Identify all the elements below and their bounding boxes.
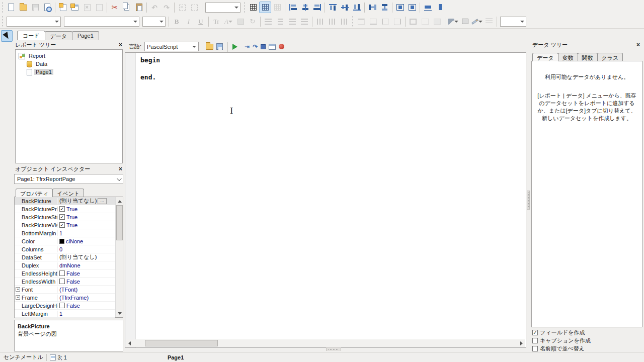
code-text[interactable]: begin end. [140, 56, 160, 81]
vertical-splitter[interactable] [526, 41, 530, 348]
checkbox-icon[interactable] [532, 338, 538, 343]
align-to-grid-button[interactable] [259, 2, 271, 13]
report-tree-panel[interactable]: ReportDataPage1 [15, 49, 123, 163]
center-horizontally-button[interactable] [394, 2, 406, 13]
property-row-LargeDesignHei[interactable]: LargeDesignHeiFalse [15, 302, 115, 310]
property-row-Frame[interactable]: +Frame(TfrxFrame) [15, 294, 115, 302]
fill-color-button[interactable] [447, 16, 459, 27]
tab-Page1[interactable]: Page1 [72, 31, 99, 40]
line-style-button[interactable] [483, 16, 495, 27]
scroll-down-icon[interactable] [116, 310, 123, 317]
ellipsis-button[interactable]: ... [98, 198, 107, 204]
open-report-button[interactable] [17, 2, 29, 13]
font-name-select[interactable] [64, 17, 139, 27]
vertical-splitter-grip[interactable] [527, 191, 530, 210]
toolbar-grip[interactable] [351, 16, 354, 27]
scroll-up-icon[interactable] [116, 198, 123, 205]
data-tree-close-icon[interactable]: × [635, 42, 641, 48]
property-value[interactable]: 0 [58, 246, 115, 252]
center-vertically-button[interactable] [406, 2, 418, 13]
language-select[interactable]: PascalScript [144, 42, 199, 51]
checkbox-icon[interactable]: ✓ [59, 206, 65, 212]
report-tree-close-icon[interactable]: × [118, 42, 123, 48]
style-select[interactable] [7, 17, 61, 27]
property-value[interactable]: clNone [58, 238, 115, 244]
new-report-page-button[interactable] [57, 2, 69, 13]
same-width-button[interactable] [422, 2, 434, 13]
property-value[interactable]: ✓True [58, 214, 115, 220]
toolbar-grip[interactable] [1, 16, 4, 27]
font-size-select[interactable] [142, 17, 166, 27]
code-editor[interactable]: begin end. [125, 52, 526, 348]
copy-button[interactable] [121, 2, 133, 13]
tree-node-Data[interactable]: Data [17, 60, 121, 68]
tab-データ[interactable]: データ [45, 31, 73, 40]
checkbox-icon[interactable]: ✓ [59, 222, 65, 228]
expand-icon[interactable]: + [16, 295, 20, 300]
align-vert-centers-button[interactable] [339, 2, 351, 13]
property-row-Columns[interactable]: Columns0 [15, 245, 115, 253]
property-row-Font[interactable]: +Font(TFont) [15, 286, 115, 294]
show-grid-button[interactable] [247, 2, 259, 13]
property-row-BackPictureStre[interactable]: BackPictureStre✓True [15, 213, 115, 221]
toolbar-grip[interactable] [243, 2, 246, 13]
new-report-button[interactable] [5, 2, 17, 13]
tree-node-Page1[interactable]: Page1 [17, 68, 121, 76]
new-dialog-page-button[interactable] [69, 2, 81, 13]
cut-button[interactable]: ✂ [109, 2, 121, 13]
scrollbar-thumb[interactable] [116, 205, 123, 240]
option-キャプションを作成[interactable]: キャプションを作成 [532, 337, 642, 344]
checkbox-icon[interactable] [59, 279, 65, 284]
property-row-Color[interactable]: ColorclNone [15, 237, 115, 245]
expand-icon[interactable]: + [16, 287, 20, 292]
property-value[interactable]: False [58, 279, 115, 285]
property-row-BackPictureVisib[interactable]: BackPictureVisib✓True [15, 221, 115, 229]
stop-script-icon[interactable] [261, 44, 266, 49]
space-vertically-button[interactable] [378, 2, 390, 13]
property-value[interactable]: dmNone [58, 262, 115, 268]
inspector-tab-イベント[interactable]: イベント [52, 189, 84, 197]
property-row-BottomMargin[interactable]: BottomMargin1 [15, 229, 115, 237]
align-tops-button[interactable] [327, 2, 339, 13]
scroll-right-icon[interactable] [518, 339, 525, 347]
same-height-button[interactable] [434, 2, 446, 13]
property-row-Duplex[interactable]: DuplexdmNone [15, 261, 115, 269]
property-row-LeftMargin[interactable]: LeftMargin1 [15, 310, 115, 318]
preview-report-button[interactable] [41, 2, 53, 13]
inspector-object-select[interactable]: Page1: TfrxReportPage [14, 174, 123, 184]
property-row-BackPicture[interactable]: BackPicture(割り当てなし)... [15, 197, 115, 205]
checkbox-icon[interactable]: ✓ [59, 214, 65, 220]
select-tool-button[interactable] [1, 30, 13, 42]
horizontal-splitter-grip[interactable] [326, 347, 341, 351]
paste-button[interactable] [133, 2, 145, 13]
evaluate-icon[interactable] [269, 44, 276, 50]
inspector-tab-プロパティ[interactable]: プロパティ [16, 189, 53, 197]
checkbox-icon[interactable] [59, 270, 65, 276]
property-row-BackPicturePrint[interactable]: BackPicturePrint✓True [15, 205, 115, 213]
align-horz-centers-button[interactable] [299, 2, 311, 13]
inspector-close-icon[interactable]: × [118, 166, 123, 172]
align-lefts-button[interactable] [287, 2, 299, 13]
toolbar-grip[interactable] [1, 2, 4, 13]
property-row-EndlessHeight[interactable]: EndlessHeightFalse [15, 269, 115, 278]
zoom-select[interactable] [205, 3, 240, 13]
data-tree-tab-関数[interactable]: 関数 [578, 53, 598, 61]
step-into-icon[interactable]: ⇥ [245, 44, 250, 50]
property-value[interactable]: ✓True [58, 222, 115, 228]
line-color-button[interactable] [471, 16, 483, 27]
save-script-icon[interactable] [216, 43, 223, 50]
data-tree-tab-データ[interactable]: データ [532, 53, 558, 61]
property-grid-scrollbar[interactable] [115, 197, 123, 317]
property-value[interactable]: False [58, 303, 115, 309]
line-width-select[interactable] [500, 17, 526, 27]
editor-hscrollbar[interactable] [126, 339, 525, 347]
background-color-button[interactable] [459, 16, 471, 27]
tree-node-Report[interactable]: Report [17, 52, 121, 60]
checkbox-icon[interactable] [59, 303, 65, 308]
open-script-icon[interactable] [206, 44, 213, 50]
property-value[interactable]: ✓True [58, 206, 115, 212]
option-フィールドを作成[interactable]: ✓フィールドを作成 [532, 329, 642, 336]
data-tree-tab-クラス[interactable]: クラス [597, 53, 623, 61]
checkbox-icon[interactable] [532, 346, 538, 351]
step-over-icon[interactable]: ↷ [253, 44, 258, 50]
